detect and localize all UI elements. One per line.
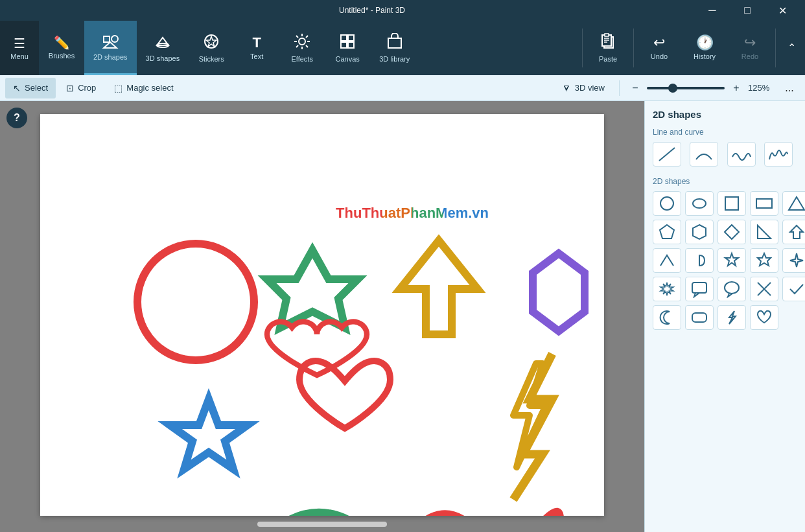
starburst-shape[interactable] — [653, 277, 681, 301]
svg-marker-42 — [790, 253, 803, 267]
svg-marker-41 — [758, 253, 771, 266]
canvas-tool[interactable]: Canvas — [325, 21, 370, 75]
paste-button[interactable]: Paste — [585, 21, 631, 75]
zoom-percentage: 125% — [748, 83, 774, 93]
star5-shape[interactable] — [718, 248, 746, 273]
2dshapes-section-label: 2D shapes — [653, 177, 797, 186]
horizontal-scrollbar[interactable] — [257, 522, 387, 527]
round-bubble-shape[interactable] — [718, 277, 746, 301]
svg-marker-38 — [725, 225, 739, 239]
paste-label: Paste — [599, 55, 617, 63]
canvas-icon — [339, 33, 356, 52]
history-button[interactable]: 🕐 History — [682, 21, 727, 75]
crescent-shape[interactable] — [653, 305, 681, 330]
svg-point-26 — [137, 244, 254, 360]
main-area: ? ThuThuatPhanMem.vn — [0, 101, 805, 532]
magic-select-icon: ⬚ — [114, 83, 122, 93]
main-toolbar: ☰ Menu ✏️ Brushes 2D shapes 3D shapes — [0, 21, 805, 75]
open-triangle-shape[interactable] — [653, 248, 681, 273]
curve-shape[interactable] — [690, 142, 718, 167]
zoom-in-button[interactable]: + — [729, 80, 744, 96]
canvas-area[interactable]: ? ThuThuatPhanMem.vn — [0, 101, 644, 532]
help-button[interactable]: ? — [6, 108, 27, 128]
brushes-icon: ✏️ — [54, 36, 70, 49]
3dlibrary-label: 3D library — [379, 55, 410, 63]
wavy-shape[interactable] — [764, 142, 793, 167]
paste-icon — [600, 33, 616, 52]
maximize-button[interactable]: □ — [732, 0, 762, 21]
oval-shape[interactable] — [685, 191, 714, 216]
more-icon: ... — [785, 82, 793, 94]
lightning-svg — [494, 360, 559, 470]
star6-shape[interactable] — [750, 248, 778, 273]
svg-marker-37 — [693, 225, 706, 239]
effects-label: Effects — [291, 55, 312, 63]
minimize-button[interactable]: ─ — [697, 0, 727, 21]
rounded-rect-shape[interactable] — [685, 305, 714, 330]
leaf-shape[interactable] — [685, 248, 714, 273]
zoom-slider[interactable] — [647, 87, 725, 89]
3dlibrary-tool[interactable]: 3D library — [370, 21, 419, 75]
svg-rect-25 — [605, 34, 609, 36]
svg-rect-18 — [388, 38, 401, 48]
effects-tool[interactable]: Effects — [279, 21, 325, 75]
rectangle-shape[interactable] — [750, 191, 778, 216]
zoom-out-button[interactable]: − — [627, 80, 643, 96]
brushes-tool[interactable]: ✏️ Brushes — [39, 21, 84, 75]
triangle-shape[interactable] — [782, 191, 805, 216]
history-icon: 🕐 — [696, 36, 714, 50]
subtoolbar-right: ⛛ 3D view − + 125% ... — [555, 78, 800, 98]
x-shape[interactable] — [750, 277, 778, 301]
arrow-up-shape[interactable] — [782, 220, 805, 244]
titlebar: Untitled* - Paint 3D ─ □ ✕ — [0, 0, 805, 21]
text-tool[interactable]: T Text — [234, 21, 279, 75]
3dview-button[interactable]: ⛛ 3D view — [555, 80, 611, 96]
window-title: Untitled* - Paint 3D — [47, 6, 697, 15]
stickers-label: Stickers — [199, 55, 224, 63]
svg-marker-27 — [267, 250, 358, 328]
hexagon-shape[interactable] — [685, 220, 714, 244]
select-icon: ↖ — [13, 83, 21, 93]
svg-point-5 — [299, 38, 305, 45]
diamond-shape[interactable] — [718, 220, 746, 244]
3dshapes-tool[interactable]: 3D shapes — [137, 21, 189, 75]
close-button[interactable]: ✕ — [767, 0, 797, 21]
checkmark-shape[interactable] — [782, 277, 805, 301]
svg-rect-0 — [104, 36, 110, 42]
circle-shape[interactable] — [653, 191, 681, 216]
right-triangle-shape[interactable] — [750, 220, 778, 244]
collapse-panel-button[interactable]: ⌃ — [778, 21, 805, 75]
heart-shape[interactable] — [750, 305, 778, 330]
2dshapes-tool[interactable]: 2D shapes — [84, 21, 137, 75]
magic-select-button[interactable]: ⬚ Magic select — [106, 78, 181, 98]
square-shape[interactable] — [718, 191, 746, 216]
svg-rect-15 — [348, 35, 354, 41]
svg-rect-34 — [756, 199, 772, 208]
wave-shape[interactable] — [727, 142, 756, 167]
star4-shape[interactable] — [782, 248, 805, 273]
line-curve-shapes — [653, 142, 797, 167]
lightning-shape[interactable] — [718, 305, 746, 330]
svg-marker-40 — [725, 253, 738, 266]
history-label: History — [694, 52, 716, 60]
redo-button[interactable]: ↪ Redo — [727, 21, 773, 75]
speech-bubble-shape[interactable] — [685, 277, 714, 301]
svg-line-30 — [659, 148, 675, 161]
crop-button[interactable]: ⊡ Crop — [58, 78, 104, 98]
redo-label: Redo — [741, 52, 758, 60]
svg-rect-48 — [692, 313, 706, 322]
svg-line-12 — [306, 36, 308, 38]
select-button[interactable]: ↖ Select — [5, 78, 56, 98]
line-shape[interactable] — [653, 142, 681, 167]
drawing-canvas[interactable] — [40, 114, 604, 516]
menu-button[interactable]: ☰ Menu — [0, 21, 39, 75]
effects-icon — [294, 33, 310, 52]
stickers-tool[interactable]: Stickers — [189, 21, 234, 75]
toolbar-right: Paste ↩ Undo 🕐 History ↪ Redo ⌃ — [579, 21, 805, 75]
svg-marker-36 — [660, 225, 674, 238]
undo-button[interactable]: ↩ Undo — [636, 21, 682, 75]
3dshapes-icon — [154, 34, 171, 52]
pentagon-shape[interactable] — [653, 220, 681, 244]
panel-title: 2D shapes — [653, 109, 797, 120]
more-options-button[interactable]: ... — [779, 78, 800, 98]
